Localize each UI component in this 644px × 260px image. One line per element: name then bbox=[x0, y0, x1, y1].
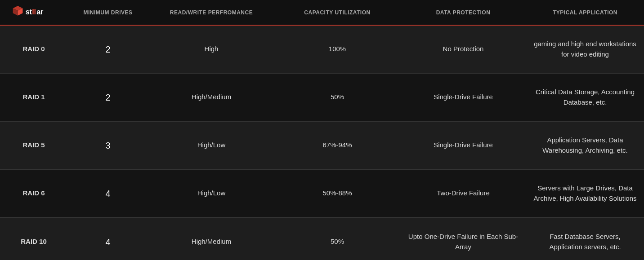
raid-label: RAID 6 bbox=[0, 181, 67, 205]
col-header-typical-app: TYPICAL APPLICATION bbox=[526, 5, 644, 20]
raid-label: RAID 10 bbox=[0, 230, 67, 254]
typical-app-cell: gaming and high end workstations for vid… bbox=[526, 32, 644, 66]
typical-app-cell: Servers with Large Drives, Data Archive,… bbox=[526, 176, 644, 210]
data-protection-cell: Single-Drive Failure bbox=[400, 85, 526, 109]
data-protection-cell: Upto One-Drive Failure in Each Sub-Array bbox=[400, 225, 526, 259]
min-drives-cell: 2 bbox=[67, 36, 148, 63]
col-header-rw-performance: READ/WRITE PERFROMANCE bbox=[148, 5, 274, 20]
data-protection-cell: Single-Drive Failure bbox=[400, 133, 526, 157]
svg-text:ll: ll bbox=[32, 8, 36, 16]
min-drives-cell: 4 bbox=[67, 229, 148, 256]
stellar-logo: st ll ar bbox=[11, 4, 56, 20]
col-header-min-drives: MINIMUM DRIVES bbox=[67, 5, 148, 20]
raid-label: RAID 0 bbox=[0, 37, 67, 61]
min-drives-cell: 4 bbox=[67, 180, 148, 207]
rw-performance-cell: High/Low bbox=[148, 181, 274, 205]
min-drives-cell: 3 bbox=[67, 132, 148, 159]
min-drives-cell: 2 bbox=[67, 84, 148, 111]
raid-label: RAID 5 bbox=[0, 133, 67, 157]
table-row: RAID 5 3 High/Low 67%-94% Single-Drive F… bbox=[0, 122, 644, 170]
comparison-table: st ll ar MINIMUM DRIVES READ/WRITE PERFR… bbox=[0, 0, 644, 260]
rw-performance-cell: High bbox=[148, 37, 274, 61]
table-row: RAID 10 4 High/Medium 50% Upto One-Drive… bbox=[0, 218, 644, 260]
typical-app-cell: Application Servers, Data Warehousing, A… bbox=[526, 128, 644, 162]
logo-cell: st ll ar bbox=[0, 0, 67, 25]
table-row: RAID 1 2 High/Medium 50% Single-Drive Fa… bbox=[0, 74, 644, 122]
capacity-cell: 100% bbox=[274, 37, 400, 61]
capacity-cell: 50% bbox=[274, 230, 400, 254]
data-protection-cell: No Protection bbox=[400, 37, 526, 61]
table-row: RAID 6 4 High/Low 50%-88% Two-Drive Fail… bbox=[0, 170, 644, 218]
rw-performance-cell: High/Medium bbox=[148, 85, 274, 109]
data-protection-cell: Two-Drive Failure bbox=[400, 181, 526, 205]
typical-app-cell: Fast Database Servers, Application serve… bbox=[526, 225, 644, 259]
typical-app-cell: Critical Data Storage, Accounting Databa… bbox=[526, 80, 644, 114]
capacity-cell: 50% bbox=[274, 85, 400, 109]
svg-text:st: st bbox=[26, 8, 32, 16]
rw-performance-cell: High/Low bbox=[148, 133, 274, 157]
col-header-data-protection: DATA PROTECTION bbox=[400, 5, 526, 20]
col-header-capacity: CAPACITY UTILIZATION bbox=[274, 5, 400, 20]
raid-label: RAID 1 bbox=[0, 85, 67, 109]
capacity-cell: 67%-94% bbox=[274, 133, 400, 157]
table-body: RAID 0 2 High 100% No Protection gaming … bbox=[0, 26, 644, 260]
rw-performance-cell: High/Medium bbox=[148, 230, 274, 254]
svg-text:ar: ar bbox=[36, 8, 44, 16]
table-row: RAID 0 2 High 100% No Protection gaming … bbox=[0, 26, 644, 74]
capacity-cell: 50%-88% bbox=[274, 181, 400, 205]
table-header: st ll ar MINIMUM DRIVES READ/WRITE PERFR… bbox=[0, 0, 644, 26]
